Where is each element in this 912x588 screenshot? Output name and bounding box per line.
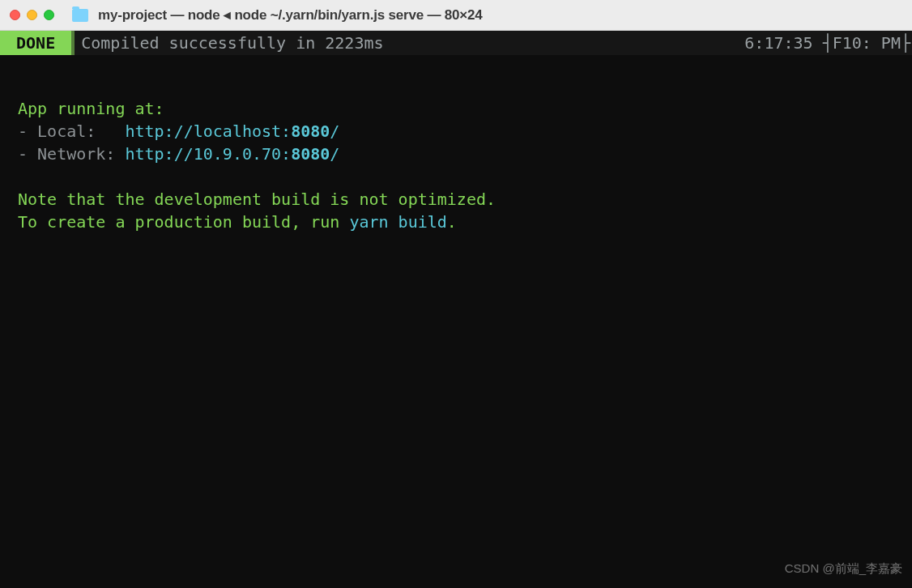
output-line: - Local: http://localhost:8080/ xyxy=(18,121,339,141)
note-line-1: Note that the development build is not o… xyxy=(18,190,496,209)
minimize-window-button[interactable] xyxy=(27,10,37,20)
close-window-button[interactable] xyxy=(10,10,20,20)
network-prefix: - Network: xyxy=(18,144,125,164)
clock-time: 6:17:35 ┤F10: PM├ xyxy=(744,32,912,54)
folder-icon xyxy=(72,9,88,22)
local-url-host: http://localhost: xyxy=(125,121,291,141)
local-prefix: - Local: xyxy=(18,121,125,141)
network-url-host: http://10.9.0.70: xyxy=(125,144,291,164)
yarn-build-command: yarn build xyxy=(349,212,446,232)
terminal-output: App running at: - Local: http://localhos… xyxy=(0,55,912,256)
window-titlebar: my-project — node ◂ node ~/.yarn/bin/yar… xyxy=(0,0,912,31)
output-line: - Network: http://10.9.0.70:8080/ xyxy=(18,144,339,164)
note-line-2a: To create a production build, run xyxy=(18,212,349,232)
watermark: CSDN @前端_李嘉豪 xyxy=(785,557,902,580)
output-line: App running at: xyxy=(18,99,164,118)
compile-status-message: Compiled successfully in 2223ms xyxy=(75,32,744,54)
terminal-area[interactable]: DONE Compiled successfully in 2223ms 6:1… xyxy=(0,31,912,588)
window-title: my-project — node ◂ node ~/.yarn/bin/yar… xyxy=(98,6,483,23)
network-url-tail: / xyxy=(330,144,339,164)
status-line: DONE Compiled successfully in 2223ms 6:1… xyxy=(0,31,912,55)
local-url-tail: / xyxy=(330,121,339,141)
maximize-window-button[interactable] xyxy=(44,10,54,20)
network-url-port: 8080 xyxy=(291,144,330,164)
local-url-port: 8080 xyxy=(291,121,330,141)
note-line-2b: . xyxy=(447,212,457,232)
output-line: To create a production build, run yarn b… xyxy=(18,212,457,232)
done-badge: DONE xyxy=(0,31,75,55)
running-at-label: App running at: xyxy=(18,99,164,118)
traffic-lights xyxy=(10,10,54,20)
